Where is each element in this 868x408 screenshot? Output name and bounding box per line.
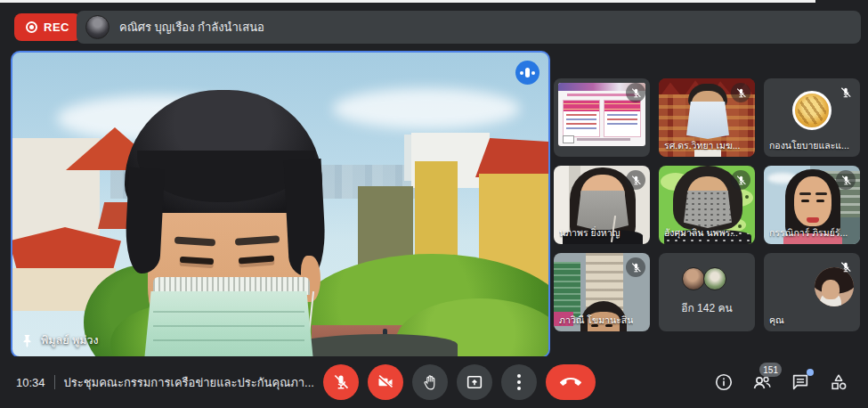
main-tile-name: พิมูลย์ พูม่วง — [41, 331, 99, 349]
self-label: คุณ — [769, 313, 784, 328]
mic-muted-icon — [836, 257, 856, 277]
rec-label: REC — [44, 20, 69, 34]
chat-notification-dot — [807, 369, 814, 376]
participant-eye — [816, 200, 824, 202]
record-icon — [26, 21, 37, 33]
tile-self[interactable]: คุณ — [764, 253, 860, 331]
main-tile-name-label: พิมูลย์ พูม่วง — [21, 331, 99, 349]
meeting-panels: 151 — [712, 368, 850, 396]
participants-button[interactable]: 151 — [750, 368, 774, 396]
overflow-avatar — [682, 267, 705, 290]
background-green-building — [554, 262, 580, 317]
tile-participant[interactable]: อังศุมาลิน นพพร... — [659, 166, 755, 244]
participant-name: กรรณิการ์ ภิรมย์รั... — [769, 225, 848, 241]
participant-name: อังศุมาลิน นพพร... — [664, 225, 738, 241]
participant-mask — [686, 102, 729, 139]
tile-participant[interactable]: ภาวิณี โขมานะสิน — [554, 253, 650, 331]
participant-lips — [807, 217, 819, 223]
overflow-avatars — [682, 267, 735, 290]
clock: 10:34 — [16, 376, 45, 389]
mic-toggle-button[interactable] — [323, 364, 359, 400]
tile-overflow[interactable]: อีก 142 คน — [659, 253, 755, 331]
more-dots-icon — [517, 374, 521, 390]
mic-muted-icon — [626, 257, 645, 277]
participant-eyebrow — [815, 192, 827, 195]
cloud — [333, 88, 520, 129]
tile-participant[interactable]: นภาพร ยิ่งหาญ — [554, 166, 650, 244]
window-top-edge — [0, 0, 815, 3]
participant-mask — [684, 191, 732, 228]
presenter-status-text: คณิศร บุญเรือง กำลังนำเสนอ — [119, 18, 264, 37]
mic-muted-icon — [731, 170, 750, 190]
slide-panel — [604, 100, 641, 137]
audio-level-indicator — [515, 61, 539, 85]
participant-name: รศ.ดร.วิทยา เมฆ... — [664, 138, 740, 153]
face-mask — [144, 291, 313, 358]
participant-name: ภาวิณี โขมานะสิน — [559, 313, 633, 328]
participant-eyebrow — [799, 192, 811, 195]
participant-name: นภาพร ยิ่งหาญ — [559, 225, 621, 241]
meeting-info: 10:34 ประชุมคณะกรรมการเครือข่ายและประกัน… — [16, 356, 314, 408]
tile-participant[interactable]: รศ.ดร.วิทยา เมฆ... — [659, 78, 755, 157]
end-call-button[interactable] — [546, 364, 596, 400]
mic-muted-icon — [731, 83, 750, 102]
slide-panel — [563, 100, 600, 137]
call-controls — [323, 364, 596, 400]
participant-count-badge: 151 — [759, 363, 782, 377]
mic-muted-icon — [626, 83, 645, 102]
overflow-count-label: อีก 142 คน — [659, 299, 755, 316]
participant-grid: รศ.ดร.วิทยา เมฆ... กองนโยบายและแ... นภาพ… — [554, 78, 860, 331]
tile-participant[interactable]: กรรณิการ์ ภิรมย์รั... — [764, 166, 860, 244]
spire — [404, 135, 411, 181]
mic-muted-icon — [836, 170, 856, 190]
chat-button[interactable] — [789, 368, 812, 396]
participant-eye — [801, 200, 809, 202]
mic-muted-icon — [626, 170, 645, 190]
tile-participant[interactable]: กองนโยบายและแ... — [764, 78, 860, 157]
participant-avatar — [792, 91, 831, 130]
meeting-title: ประชุมคณะกรรมการเครือข่ายและประกันคุณภา.… — [64, 373, 314, 392]
slide-footer-logo — [563, 135, 574, 143]
recording-indicator: REC — [14, 13, 81, 41]
slide-footer-text — [577, 138, 630, 141]
overflow-avatar — [703, 267, 726, 290]
tile-screenshare[interactable] — [554, 78, 650, 157]
activities-button[interactable] — [827, 368, 850, 396]
participant-name: กองนโยบายและแ... — [769, 138, 849, 153]
mic-muted-icon — [836, 83, 856, 102]
main-video-tile[interactable]: พิมูลย์ พูม่วง — [11, 51, 550, 358]
divider — [54, 375, 55, 389]
raise-hand-button[interactable] — [412, 364, 448, 400]
bottom-bar: 10:34 ประชุมคณะกรรมการเครือข่ายและประกัน… — [0, 356, 868, 408]
pin-icon — [21, 334, 33, 347]
meet-app: REC คณิศร บุญเรือง กำลังนำเสนอ — [0, 0, 868, 408]
info-button[interactable] — [712, 368, 735, 396]
person-hair-side — [124, 167, 165, 274]
presenter-notification: คณิศร บุญเรือง กำลังนำเสนอ — [77, 11, 861, 44]
presenter-avatar — [85, 15, 110, 39]
present-screen-button[interactable] — [457, 364, 492, 400]
more-options-button[interactable] — [501, 364, 537, 400]
camera-toggle-button[interactable] — [368, 364, 403, 400]
